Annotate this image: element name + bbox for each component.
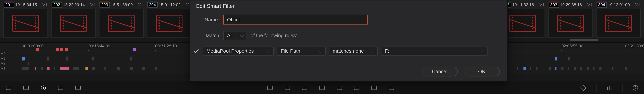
clip-card[interactable]: 304 19:12:01:00 V1 — [596, 2, 641, 38]
info-icon[interactable] — [631, 83, 640, 92]
rule-group-select[interactable]: MediaPool Properties — [203, 47, 274, 56]
clip-card[interactable]: 303 19:29:38:16 V1 — [548, 2, 593, 38]
clip-segment[interactable] — [568, 67, 569, 70]
clip-segment[interactable] — [555, 67, 556, 70]
clip-segment[interactable] — [34, 62, 35, 65]
clip-track: V1 — [138, 2, 143, 7]
tracker-icon[interactable] — [335, 83, 344, 92]
chevron-down-icon — [240, 33, 244, 37]
media-offline-icon — [605, 14, 632, 32]
clip-segment[interactable] — [574, 67, 576, 70]
track-label: V4 — [1, 51, 5, 56]
ok-button[interactable]: OK — [464, 67, 500, 77]
qualifier-icon[interactable] — [318, 83, 326, 92]
clip-segment[interactable] — [92, 57, 94, 60]
clip-segment[interactable] — [587, 67, 589, 70]
key-icon[interactable] — [370, 83, 378, 92]
clip-segment[interactable] — [524, 67, 526, 70]
clip-segment[interactable] — [85, 67, 88, 70]
clip-thumbnail[interactable] — [548, 8, 593, 38]
clip-segment[interactable] — [54, 67, 55, 70]
rule-field-select[interactable]: File Path — [277, 47, 326, 56]
rule-enabled-checkbox[interactable] — [194, 48, 199, 54]
clip-segment[interactable] — [568, 57, 570, 60]
marker[interactable] — [36, 48, 38, 51]
clip-segment[interactable] — [28, 62, 29, 65]
color-page-icon[interactable] — [74, 83, 82, 92]
clip-segment[interactable] — [66, 57, 68, 60]
cancel-button[interactable]: Cancel — [422, 67, 458, 77]
stereo-icon[interactable] — [579, 83, 588, 92]
ruler-tick: 00:00:00:00 — [22, 44, 44, 48]
match-label: Match — [200, 33, 219, 38]
clip-thumbnail[interactable] — [596, 8, 641, 38]
clip-segment[interactable] — [104, 67, 106, 70]
curves-icon[interactable] — [300, 83, 309, 92]
clip-segment[interactable] — [562, 67, 563, 70]
clip-segment[interactable] — [517, 67, 518, 70]
eyedropper-icon[interactable] — [283, 83, 292, 92]
clip-segment[interactable] — [580, 67, 582, 70]
match-mode-select[interactable]: All — [223, 31, 246, 40]
clip-segment[interactable] — [142, 67, 145, 70]
clip-segment[interactable] — [612, 67, 614, 70]
clip-segment[interactable] — [60, 67, 70, 70]
clip-thumbnail[interactable] — [99, 8, 144, 38]
add-rule-button[interactable]: ＋ — [491, 48, 498, 54]
clip-timecode: 15:01:12:02 — [159, 2, 185, 7]
marker[interactable] — [60, 48, 63, 51]
scopes-icon[interactable] — [605, 83, 614, 92]
separator — [622, 84, 622, 92]
clip-number-badge: 294 — [148, 2, 158, 8]
clip-segment[interactable] — [117, 67, 120, 70]
clip-segment[interactable] — [625, 67, 627, 70]
rule-value-input[interactable]: F: — [381, 47, 488, 56]
edit-page-icon[interactable] — [39, 83, 48, 92]
marker[interactable] — [56, 48, 59, 51]
clip-segment[interactable] — [47, 57, 49, 60]
name-label: Name: — [200, 17, 219, 22]
3d-icon[interactable] — [387, 83, 396, 92]
clip-timecode: 19:11:32:16 — [512, 2, 538, 7]
marker[interactable] — [65, 48, 68, 51]
clip-number-badge: 291 — [4, 2, 14, 8]
clip-segment[interactable] — [34, 67, 36, 70]
ruler-tick: 00:15:44:09 — [88, 44, 110, 48]
clip-segment[interactable] — [530, 67, 531, 70]
clip-card[interactable]: 294 15:01:12:02 V1 — [147, 2, 192, 38]
clip-segment[interactable] — [22, 57, 25, 60]
fusion-page-icon[interactable] — [56, 83, 65, 92]
clip-segment[interactable] — [41, 67, 42, 70]
media-page-icon[interactable] — [4, 83, 13, 92]
crop-icon[interactable] — [266, 83, 274, 92]
clip-segment[interactable] — [73, 67, 79, 70]
blur-icon[interactable] — [352, 83, 361, 92]
clip-segment[interactable] — [73, 62, 73, 65]
clip-segment[interactable] — [47, 67, 50, 70]
ruler-tick: 02:05:55:00 — [562, 44, 583, 48]
clip-segment[interactable] — [130, 67, 133, 70]
clip-segment[interactable] — [155, 67, 157, 70]
clip-thumbnail[interactable] — [51, 8, 96, 38]
marker[interactable] — [133, 48, 136, 51]
clip-thumbnail[interactable] — [3, 8, 48, 38]
clip-card[interactable]: 291 10:15:34:15 V1 — [3, 2, 48, 38]
clip-segment[interactable] — [536, 67, 538, 70]
clip-thumbnail[interactable] — [147, 8, 192, 38]
clip-segment[interactable] — [593, 67, 594, 70]
clip-card[interactable]: 293 15:51:38:09 V1 — [99, 2, 144, 38]
cut-page-icon[interactable] — [22, 83, 30, 92]
clip-segment[interactable] — [600, 67, 602, 70]
ruler-tick: 02:21:39:09 — [625, 44, 644, 48]
clip-card[interactable]: 292 13:22:29:14 V1 — [51, 2, 96, 38]
clip-segment[interactable] — [549, 67, 551, 70]
clip-segment[interactable] — [130, 57, 132, 60]
clip-segment[interactable] — [92, 67, 96, 70]
clip-segment[interactable] — [555, 57, 557, 60]
clip-segment[interactable] — [22, 67, 29, 70]
dialog-title: Edit Smart Filter — [190, 0, 507, 9]
rule-operator-select[interactable]: matches none — [329, 47, 378, 56]
filter-name-input[interactable] — [223, 15, 368, 25]
scrollbar-handle[interactable] — [570, 39, 598, 41]
page-switcher — [0, 81, 644, 94]
